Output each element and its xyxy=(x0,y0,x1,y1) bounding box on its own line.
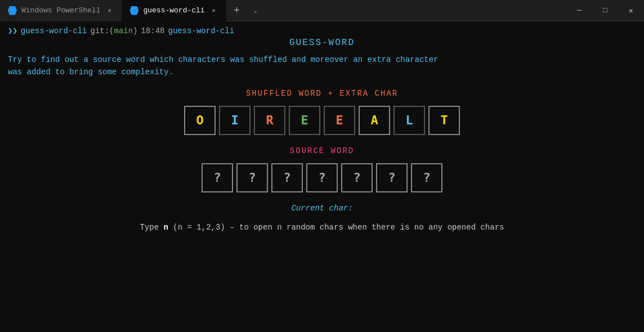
prompt-git: git:(main) xyxy=(90,26,137,35)
tab-guess-word[interactable]: guess-word-cli ✕ xyxy=(122,0,226,21)
description-line2: was added to bring some complexity. xyxy=(8,68,173,77)
titlebar: Windows PowerShell ✕ guess-word-cli ✕ + … xyxy=(0,0,644,21)
game-title: GUESS-WORD xyxy=(8,38,636,48)
add-tab-button[interactable]: + xyxy=(226,0,248,21)
prompt-line: ❯❯ guess-word-cli git:(main) 18:48 guess… xyxy=(8,26,636,35)
prompt-command: guess-word-cli xyxy=(168,26,235,35)
shuffled-letter-0: O xyxy=(184,106,216,135)
source-letter-2: ? xyxy=(271,163,303,192)
git-branch: main xyxy=(114,26,133,35)
description-line1: Try to find out a source word which char… xyxy=(8,55,439,64)
source-letters-row: ??????? xyxy=(8,163,636,192)
prompt-time: 18:48 xyxy=(141,26,165,35)
game-description: Try to find out a source word which char… xyxy=(8,53,636,79)
hint-line: Type n (n = 1,2,3) – to open n random ch… xyxy=(8,223,636,232)
shuffled-letter-2: R xyxy=(254,106,285,135)
hint-n: n xyxy=(164,223,168,232)
source-letter-6: ? xyxy=(411,163,442,192)
source-letter-0: ? xyxy=(202,163,233,192)
hint-suffix: (n = 1,2,3) – to open n random chars whe… xyxy=(168,223,504,232)
shuffled-letter-5: A xyxy=(359,106,390,135)
maximize-button[interactable]: □ xyxy=(592,0,618,21)
source-section-label: SOURCE WORD xyxy=(8,146,636,155)
tab-guess-word-label: guess-word-cli xyxy=(143,6,204,15)
tab-powershell[interactable]: Windows PowerShell ✕ xyxy=(0,0,122,21)
guess-word-icon xyxy=(129,6,138,15)
shuffled-letter-1: I xyxy=(219,106,251,135)
powershell-icon xyxy=(8,6,17,15)
hint-prefix: Type xyxy=(140,223,164,232)
git-label: git:( xyxy=(90,26,114,35)
current-char-line: Current char: xyxy=(8,204,636,213)
prompt-directory: guess-word-cli xyxy=(21,26,87,35)
terminal-content: ❯❯ guess-word-cli git:(main) 18:48 guess… xyxy=(0,21,644,332)
prompt-chevron: ❯❯ xyxy=(8,26,17,35)
shuffled-letters-row: OIREEALT xyxy=(8,106,636,135)
tab-powershell-label: Windows PowerShell xyxy=(21,6,100,15)
window-controls: ─ □ ✕ xyxy=(566,0,644,21)
source-letter-1: ? xyxy=(236,163,268,192)
tab-guess-word-close[interactable]: ✕ xyxy=(209,6,218,15)
tab-dropdown-button[interactable]: ⌄ xyxy=(248,0,263,21)
shuffled-letter-4: E xyxy=(324,106,355,135)
close-button[interactable]: ✕ xyxy=(618,0,644,21)
shuffled-section-label: SHUFFLED WORD + EXTRA CHAR xyxy=(8,89,636,98)
source-letter-5: ? xyxy=(376,163,408,192)
source-letter-3: ? xyxy=(306,163,338,192)
source-letter-4: ? xyxy=(341,163,373,192)
tab-powershell-close[interactable]: ✕ xyxy=(105,6,114,15)
shuffled-letter-7: T xyxy=(428,106,460,135)
minimize-button[interactable]: ─ xyxy=(566,0,592,21)
current-char-label: Current char: xyxy=(291,204,352,213)
shuffled-letter-6: L xyxy=(393,106,425,135)
shuffled-letter-3: E xyxy=(289,106,320,135)
git-suffix: ) xyxy=(133,26,137,35)
